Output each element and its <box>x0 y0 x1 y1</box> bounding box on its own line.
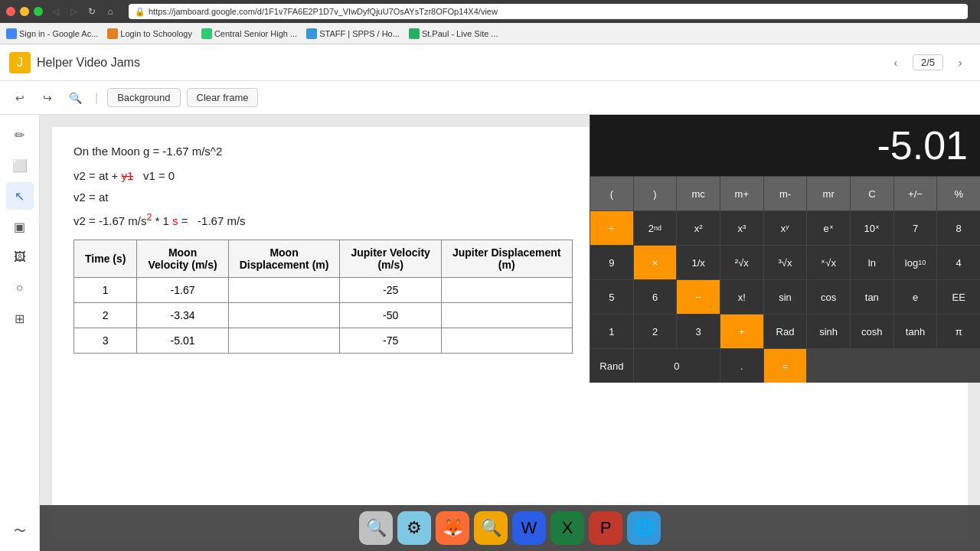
maximize-btn[interactable] <box>34 7 43 16</box>
back-btn[interactable]: ◁ <box>47 4 63 19</box>
calc-sqrt[interactable]: ²√x <box>720 246 763 279</box>
edit-toolbar: ↩ ↪ 🔍 | Background Clear frame <box>0 81 980 115</box>
dock-search[interactable]: 🔍 <box>474 511 508 545</box>
sticky-note-tool[interactable]: ▣ <box>6 213 34 240</box>
calc-5[interactable]: 5 <box>590 280 633 314</box>
calc-close-paren[interactable]: ) <box>634 177 677 210</box>
calc-xroot[interactable]: ˣ√x <box>807 246 850 279</box>
address-bar[interactable]: 🔒 https://jamboard.google.com/d/1F1v7FA6… <box>129 4 968 19</box>
calc-1[interactable]: 1 <box>590 315 633 348</box>
eraser-tool[interactable]: ⬜ <box>6 152 34 179</box>
bookmark-schoology-label: Login to Schoology <box>120 29 192 38</box>
calc-tanh[interactable]: tanh <box>894 315 937 348</box>
background-btn[interactable]: Background <box>107 88 180 107</box>
dock-system[interactable]: ⚙ <box>397 511 431 545</box>
text-box-tool[interactable]: ⊞ <box>6 305 34 332</box>
bookmark-stpaul[interactable]: St.Paul - Live Site ... <box>409 28 498 39</box>
calc-8[interactable]: 8 <box>937 211 980 245</box>
calc-decimal[interactable]: . <box>720 349 763 383</box>
calc-multiply[interactable]: × <box>634 246 677 279</box>
calc-e[interactable]: e <box>894 280 937 314</box>
home-btn[interactable]: ⌂ <box>103 4 118 19</box>
dock-excel[interactable]: X <box>550 511 584 545</box>
laser-tool[interactable]: 〜 <box>6 517 34 545</box>
bookmark-central[interactable]: Central Senior High ... <box>201 28 297 39</box>
calc-3[interactable]: 3 <box>677 315 720 348</box>
v2-at-text: v2 = at <box>74 188 108 207</box>
redo-btn[interactable]: ↪ <box>37 87 58 109</box>
calc-equals[interactable]: = <box>764 349 807 383</box>
calc-factorial[interactable]: x! <box>720 280 763 314</box>
calc-6[interactable]: 6 <box>634 280 677 314</box>
dock-browser[interactable]: 🌐 <box>627 511 661 545</box>
table-row: 2 -3.34 -50 <box>74 303 573 328</box>
bookmark-staff[interactable]: STAFF | SPPS / Ho... <box>306 28 400 39</box>
calc-cos[interactable]: cos <box>807 280 850 314</box>
calc-x2[interactable]: x² <box>677 211 720 245</box>
calc-rand[interactable]: Rand <box>590 349 633 383</box>
calc-4[interactable]: 4 <box>937 246 980 279</box>
calc-minus[interactable]: − <box>677 280 720 314</box>
url-text: https://jamboard.google.com/d/1F1v7FA6E2… <box>149 7 498 16</box>
calc-cbrt[interactable]: ³√x <box>764 246 807 279</box>
calc-9[interactable]: 9 <box>590 246 633 279</box>
calc-0[interactable]: 0 <box>634 349 720 383</box>
bookmark-google[interactable]: Sign in - Google Ac... <box>6 28 98 39</box>
time-1: 1 <box>74 278 137 303</box>
shape-tool[interactable]: ○ <box>6 274 34 302</box>
calc-mplus[interactable]: m+ <box>720 177 763 210</box>
reload-btn[interactable]: ↻ <box>84 4 100 19</box>
pen-tool[interactable]: ✏ <box>6 121 34 148</box>
calc-sin[interactable]: sin <box>764 280 807 314</box>
calc-2nd[interactable]: 2nd <box>634 211 677 245</box>
forward-btn[interactable]: ▷ <box>66 4 81 19</box>
calc-ee[interactable]: EE <box>937 280 980 314</box>
calc-x3[interactable]: x³ <box>720 211 763 245</box>
dock-powerpoint[interactable]: P <box>589 511 622 545</box>
calc-plusminus[interactable]: +/− <box>894 177 937 210</box>
calc-percent[interactable]: % <box>937 177 980 210</box>
bookmark-schoology[interactable]: Login to Schoology <box>107 28 192 39</box>
browser-chrome: ◁ ▷ ↻ ⌂ 🔒 https://jamboard.google.com/d/… <box>0 0 980 23</box>
calc-7[interactable]: 7 <box>894 211 937 245</box>
undo-btn[interactable]: ↩ <box>9 87 31 109</box>
calc-divide[interactable]: ÷ <box>590 211 633 245</box>
bookmark-stpaul-icon <box>409 28 420 39</box>
calc-log10[interactable]: log10 <box>894 246 937 279</box>
calc-mr[interactable]: mr <box>807 177 850 210</box>
page-indicator[interactable]: 2/5 <box>913 54 943 70</box>
calc-xy[interactable]: xʸ <box>764 211 807 245</box>
calc-2[interactable]: 2 <box>634 315 677 348</box>
calc-plus[interactable]: + <box>720 315 763 348</box>
zoom-btn[interactable]: 🔍 <box>64 87 86 109</box>
dock-finder[interactable]: 🔍 <box>359 511 393 545</box>
dock-firefox[interactable]: 🦊 <box>436 511 469 545</box>
next-page-btn[interactable]: › <box>949 52 971 73</box>
calc-ex[interactable]: eˣ <box>807 211 850 245</box>
clear-frame-btn[interactable]: Clear frame <box>187 88 259 107</box>
calc-tan[interactable]: tan <box>851 280 893 314</box>
app-toolbar: J Helper Video Jams ‹ 2/5 › <box>0 44 980 81</box>
calc-10x[interactable]: 10ˣ <box>851 211 893 245</box>
calc-1x[interactable]: 1/x <box>677 246 720 279</box>
calc-rad[interactable]: Rad <box>764 315 807 348</box>
moon-gravity-text: On the Moon g = -1.67 m/s^2 <box>74 142 222 161</box>
minimize-btn[interactable] <box>20 7 29 16</box>
header-time: Time (s) <box>74 240 137 278</box>
select-tool[interactable]: ↖ <box>6 182 34 210</box>
close-btn[interactable] <box>6 7 15 16</box>
dock-word[interactable]: W <box>512 511 546 545</box>
image-tool[interactable]: 🖼 <box>6 243 34 271</box>
calc-open-paren[interactable]: ( <box>590 177 633 210</box>
bookmarks-bar: Sign in - Google Ac... Login to Schoolog… <box>0 23 980 44</box>
calc-pi[interactable]: π <box>937 315 980 348</box>
calc-clear[interactable]: C <box>851 177 893 210</box>
calc-cosh[interactable]: cosh <box>851 315 893 348</box>
prev-page-btn[interactable]: ‹ <box>885 52 906 73</box>
calc-mc[interactable]: mc <box>677 177 720 210</box>
jup-d-2 <box>441 303 572 328</box>
time-2: 2 <box>74 303 137 328</box>
calc-ln[interactable]: ln <box>851 246 893 279</box>
calc-mminus[interactable]: m- <box>764 177 807 210</box>
calc-sinh[interactable]: sinh <box>807 315 850 348</box>
